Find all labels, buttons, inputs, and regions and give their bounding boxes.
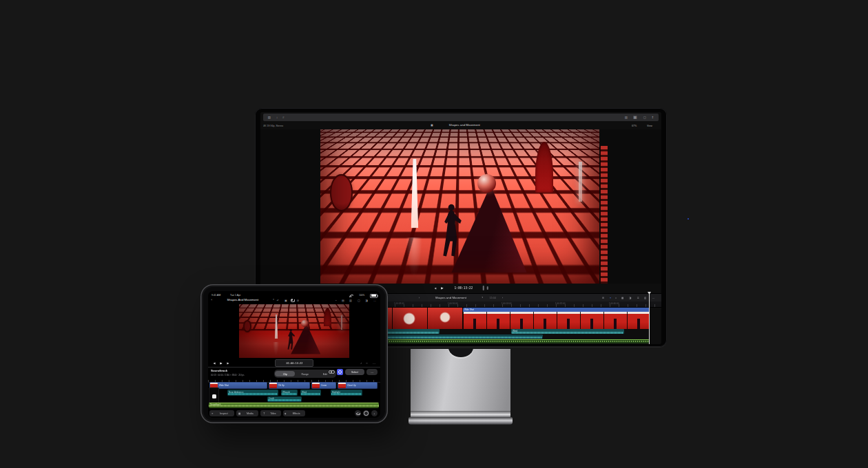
audio-lanes-icon[interactable]: ▥ <box>644 297 646 300</box>
dock-label: Effects <box>293 412 300 414</box>
browser-icon[interactable]: ▤ <box>342 299 344 302</box>
skip-fwd-icon[interactable]: ▶ <box>227 361 229 365</box>
toolbar-right-group: ▥ ▦ ▢ ↥ <box>623 114 655 121</box>
ipad: 9:41 AM Tue 1 Apr 100% ‹ Shapes And Move… <box>200 284 388 423</box>
timeline-video-clip[interactable]: Close Up <box>338 382 378 389</box>
tool-connect-icon[interactable]: ⊞ <box>602 297 604 300</box>
display-icon[interactable]: ▢ <box>358 299 360 302</box>
clip-label: Close Up <box>347 385 356 387</box>
status-date: Tue 1 Apr <box>230 293 240 296</box>
skimming-icon[interactable]: ◨ <box>629 297 631 300</box>
timeline-audio-clip[interactable]: Whoosh <box>281 390 298 396</box>
speaker-icon[interactable]: ♪ <box>360 361 362 365</box>
video-clip-selected[interactable]: Wide Shot <box>463 308 650 329</box>
layers-icon[interactable]: ◨ <box>365 299 368 302</box>
inspector-toggle-icon[interactable]: ▢ <box>643 116 645 119</box>
nav-center-icons: ↶ ▣ ⊘ <box>276 297 300 304</box>
inspect-icon: ≡ <box>212 412 214 414</box>
disable-icon[interactable]: ⊘ <box>297 299 299 302</box>
select-button[interactable]: Select <box>345 369 364 375</box>
ipad-timecode[interactable]: 01:00:13:22 <box>275 359 313 367</box>
zoom-level-dropdown[interactable]: 67% <box>632 124 637 127</box>
dock-media-button[interactable]: ▦ Media <box>236 410 258 416</box>
playhead[interactable] <box>649 292 650 344</box>
viewer-options-icon[interactable] <box>329 370 335 374</box>
tool-select-icon[interactable]: ⌖ <box>610 297 611 300</box>
music-track-label: Soundtrack <box>210 404 220 406</box>
media-icon: ▦ <box>238 412 240 414</box>
viewer-info-bar: 4K 59.94p, Stereo ▦ Shapes and Movement … <box>260 121 661 129</box>
mode-clip-label: Clip <box>283 372 287 375</box>
keywords-icon[interactable]: # <box>282 116 284 119</box>
ruler-label: 1:00:32:00 <box>555 303 565 305</box>
clip-filmstrip <box>463 312 650 329</box>
clip-appearance-icon[interactable]: ▦ <box>621 297 623 300</box>
viewer-video[interactable] <box>320 129 599 284</box>
skip-back-icon[interactable]: ◀ <box>214 361 216 365</box>
play-icon[interactable]: ▶ <box>220 361 223 365</box>
waveform <box>512 332 623 334</box>
fcp-toolbar: ▤ ↓ # ▥ ▦ ▢ ↥ <box>263 114 659 121</box>
snapping-icon[interactable]: ≣ <box>637 297 639 300</box>
timeline-view-icon[interactable]: ▦ <box>633 116 637 119</box>
jog-wheel-button[interactable] <box>363 410 369 416</box>
snapping-icon[interactable] <box>337 369 343 375</box>
more-icon[interactable]: … <box>373 299 376 302</box>
status-bar: 9:41 AM Tue 1 Apr 100% <box>208 292 380 297</box>
history-fwd-icon[interactable]: › <box>502 296 503 299</box>
viewer-project-title: Shapes and Movement <box>448 123 479 127</box>
ipad-viewer-video[interactable] <box>239 304 349 358</box>
timeline-title[interactable]: Shapes and Movement <box>435 296 466 299</box>
mode-range[interactable]: Range <box>295 371 315 376</box>
mode-clip[interactable]: Clip <box>275 371 295 376</box>
jog-mode-segmented: Clip Range Edit <box>274 370 336 378</box>
ipad-project-title[interactable]: Shapes And Movement <box>227 298 258 301</box>
music-track-line <box>209 403 379 403</box>
import-icon[interactable]: ↓ <box>276 116 277 119</box>
voiceover-mic-icon[interactable] <box>291 299 293 301</box>
voiceover-button[interactable] <box>355 410 361 416</box>
timecode-text: 01:00:13:22 <box>286 361 302 364</box>
dock-inspect-button[interactable]: ≡ Inspect <box>209 410 234 416</box>
play-icon[interactable]: ▶ <box>441 286 443 290</box>
add-clip-button[interactable]: + <box>371 410 378 416</box>
dock-titles-button[interactable]: T Titles <box>260 410 281 416</box>
chevron-down-icon: ▾ <box>482 297 483 299</box>
sidebar-icon[interactable]: ▤ <box>268 116 271 119</box>
plus-icon: + <box>373 412 375 414</box>
columns-icon[interactable]: ▥ <box>349 299 352 302</box>
transport-controls: ◀ ▶ 1:00:13:22 <box>433 284 488 292</box>
dock-label: Media <box>247 412 254 414</box>
selected-clip-info: 00:13 · 04:10 / 2160 × 3840 · 24 fps <box>211 374 244 376</box>
timeline-audio-clip[interactable]: Crash <box>267 396 302 402</box>
tool-trim-icon[interactable]: ≈ <box>615 297 617 300</box>
waveform <box>228 393 278 395</box>
timeline-audio-clip[interactable]: Wind <box>300 390 321 396</box>
dock-effects-button[interactable]: ◈ Effects <box>283 410 305 416</box>
camera-indicator-dot <box>688 218 689 220</box>
ipad-screen: 9:41 AM Tue 1 Apr 100% ‹ Shapes And Move… <box>208 291 380 418</box>
history-back-icon[interactable]: ‹ <box>419 296 420 299</box>
view-dropdown[interactable]: View <box>647 124 652 127</box>
timer-icon[interactable]: ◔ <box>335 299 336 302</box>
back-icon[interactable]: ‹ <box>211 298 212 301</box>
viewer-more-icon[interactable]: … <box>373 361 375 365</box>
chevron-down-icon: ▾ <box>273 299 275 301</box>
ipad-music-track[interactable]: Soundtrack <box>209 403 379 408</box>
share-icon[interactable]: ↥ <box>652 116 654 119</box>
clip-title: Wide Shot <box>464 309 474 311</box>
versions-icon[interactable]: ▣ <box>285 299 287 302</box>
timeline-video-clip[interactable]: Tilt Up <box>269 382 310 389</box>
audio-clip[interactable]: Wind <box>511 329 624 334</box>
timeline-video-clip[interactable]: Crane <box>311 382 336 389</box>
more-button[interactable]: … <box>366 369 378 375</box>
timeline-audio-clip[interactable]: Highlight <box>331 390 362 396</box>
nav-bar: ‹ Shapes And Movement ▾ ↶ ▣ ⊘ ◔ ▤ ▥ ▢ ◨ … <box>208 297 380 304</box>
magnifier-icon[interactable]: ○ <box>366 361 367 365</box>
browser-view-icon[interactable]: ▥ <box>624 116 627 119</box>
clip-info-bar: Soundtrack 00:13 · 04:10 / 2160 × 3840 ·… <box>208 368 380 378</box>
timeline-audio-clip[interactable]: Neon Ambience <box>227 390 278 396</box>
timeline-more-icon[interactable]: … <box>652 297 655 300</box>
undo-icon[interactable]: ↶ <box>277 299 279 302</box>
skip-back-icon[interactable]: ◀ <box>434 286 436 289</box>
